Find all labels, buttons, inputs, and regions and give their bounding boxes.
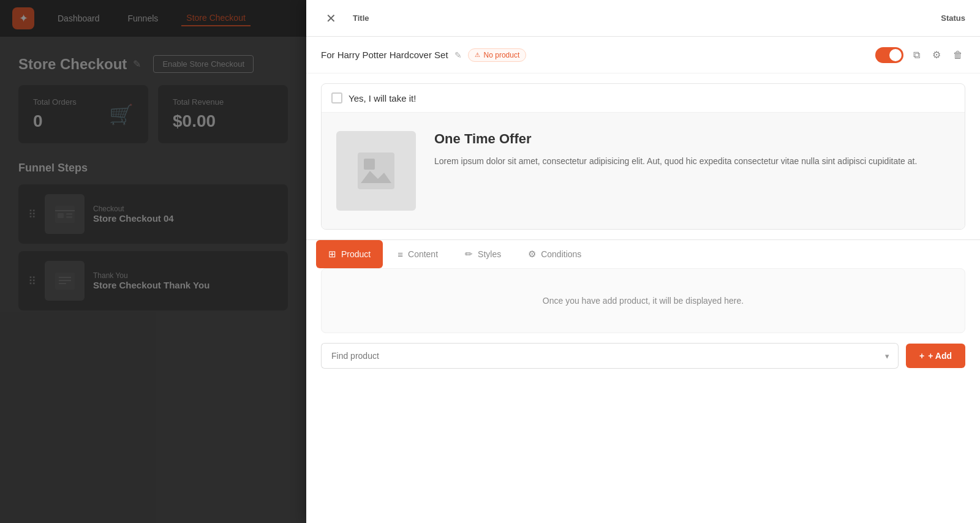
product-tab-icon: ⊞	[328, 249, 336, 260]
tabs-row: ⊞ Product ≡ Content ✏ Styles ⚙ Condition…	[306, 239, 980, 268]
tab-styles-label: Styles	[478, 249, 501, 259]
tab-styles[interactable]: ✏ Styles	[453, 240, 513, 268]
panel-col-headers: Title Status	[341, 13, 965, 23]
find-product-input[interactable]	[321, 343, 876, 369]
tab-content-area: Once you have add product, it will be di…	[321, 268, 965, 333]
styles-tab-icon: ✏	[465, 249, 473, 260]
tab-conditions[interactable]: ⚙ Conditions	[516, 240, 594, 268]
chevron-down-icon: ▾	[885, 352, 889, 361]
offer-name: For Harry Potter Hardcover Set	[321, 50, 448, 60]
tab-product[interactable]: ⊞ Product	[316, 240, 383, 268]
yes-checkbox[interactable]	[331, 92, 342, 103]
find-product-dropdown-button[interactable]: ▾	[876, 343, 899, 369]
offer-preview-card: Yes, I will take it! One Time Offer Lore…	[321, 83, 965, 230]
offer-toggle[interactable]	[875, 47, 903, 63]
add-product-button[interactable]: + + Add	[906, 344, 965, 368]
product-desc: Lorem ipsum dolor sit amet, consectetur …	[434, 154, 950, 168]
offer-title-area: For Harry Potter Hardcover Set ✎ ⚠ No pr…	[321, 48, 867, 62]
offer-edit-icon[interactable]: ✎	[454, 50, 462, 60]
panel-body: For Harry Potter Hardcover Set ✎ ⚠ No pr…	[306, 37, 980, 523]
tab-content[interactable]: ≡ Content	[385, 240, 450, 268]
add-label: + Add	[928, 351, 952, 361]
toggle-knob	[889, 49, 902, 61]
offer-row: For Harry Potter Hardcover Set ✎ ⚠ No pr…	[306, 37, 980, 73]
find-product-row: ▾ + + Add	[306, 343, 980, 383]
offer-preview-body: One Time Offer Lorem ipsum dolor sit ame…	[322, 113, 965, 229]
plus-icon: +	[919, 351, 924, 361]
delete-button[interactable]: 🗑	[951, 47, 965, 63]
col-title-header: Title	[353, 13, 941, 23]
svg-rect-10	[364, 159, 375, 170]
col-status-header: Status	[941, 13, 965, 23]
offer-preview-header: Yes, I will take it!	[322, 84, 965, 113]
offer-actions: ⧉ ⚙ 🗑	[875, 47, 965, 63]
offer-yes-label: Yes, I will take it!	[349, 93, 416, 103]
placeholder-image-icon	[355, 149, 398, 192]
svg-rect-9	[358, 152, 394, 189]
panel-header: ✕ Title Status	[306, 0, 980, 37]
content-tab-icon: ≡	[398, 249, 403, 260]
find-product-input-wrapper: ▾	[321, 343, 899, 369]
no-product-label: No product	[484, 51, 520, 59]
product-info: One Time Offer Lorem ipsum dolor sit ame…	[434, 131, 950, 168]
warning-icon: ⚠	[475, 51, 480, 58]
settings-button[interactable]: ⚙	[930, 47, 943, 63]
tab-content-label: Content	[408, 249, 438, 259]
product-image-placeholder	[336, 131, 416, 211]
copy-button[interactable]: ⧉	[911, 47, 922, 63]
tab-conditions-label: Conditions	[541, 249, 581, 259]
product-offer-title: One Time Offer	[434, 131, 950, 147]
conditions-tab-icon: ⚙	[528, 249, 536, 260]
no-product-badge: ⚠ No product	[468, 48, 527, 62]
no-product-message: Once you have add product, it will be di…	[336, 284, 950, 318]
panel-close-button[interactable]: ✕	[321, 9, 341, 28]
side-panel: ✕ Title Status For Harry Potter Hardcove…	[306, 0, 980, 523]
tab-product-label: Product	[341, 249, 371, 259]
